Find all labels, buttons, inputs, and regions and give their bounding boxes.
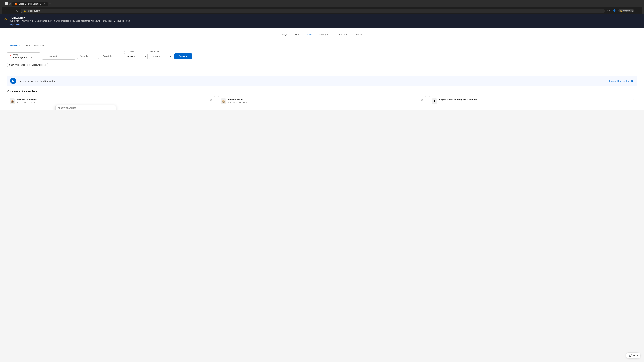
menu-button[interactable]: ⋮ bbox=[636, 8, 640, 13]
card-content-flights: Flights from Anchorage to Baltimore bbox=[439, 98, 477, 101]
recent-card-texas[interactable]: 🏨 Stays in Texas Tue., Jul 9 – Fri., Jul… bbox=[218, 96, 426, 106]
tab-title: Expedia Travel: Vacation Home... bbox=[18, 3, 42, 5]
advisory-title: Travel Advisory bbox=[10, 16, 133, 19]
window-controls: — ⬜ ✕ bbox=[2, 3, 11, 5]
incognito-icon: 🕵️ bbox=[620, 10, 622, 12]
dropoff-date-field[interactable]: Drop-off date bbox=[100, 54, 122, 59]
pickup-time-wrapper: Pick-up time 10:30am 8:00am 9:00am 11:00… bbox=[124, 53, 148, 59]
card-close-las-vegas[interactable]: ✕ bbox=[210, 98, 212, 102]
dropoff-input[interactable] bbox=[42, 53, 76, 60]
browser-titlebar: — ⬜ ✕ E Expedia Travel: Vacation Home...… bbox=[2, 1, 642, 6]
one-key-message-suffix: Key started! bbox=[44, 80, 56, 82]
card-content-texas: Stays in Texas Tue., Jul 9 – Fri., Jul 1… bbox=[228, 98, 247, 103]
advisory-warning-icon: ⚠ bbox=[4, 17, 7, 21]
card-title-flights: Flights from Anchorage to Baltimore bbox=[439, 98, 477, 101]
dropoff-time-wrapper: Drop-off time 10:30am 8:00am 9:00am 11:0… bbox=[149, 53, 173, 59]
address-bar[interactable]: 🔒 expedia.com bbox=[21, 8, 605, 13]
incognito-label: Incognito (2) bbox=[623, 10, 633, 12]
back-button[interactable]: ← bbox=[4, 8, 8, 13]
extra-options: Show AARP rates Discount codes bbox=[7, 62, 637, 67]
bookmark-button[interactable]: ☆ bbox=[606, 8, 611, 13]
minimize-button[interactable]: — bbox=[2, 3, 4, 5]
pickup-time-label: Pick-up time bbox=[124, 51, 134, 52]
tab-stays[interactable]: Stays bbox=[281, 31, 288, 38]
address-bar-row: ← → ↻ 🔒 expedia.com ☆ 👤 🕵️ Incognito (2)… bbox=[2, 7, 642, 14]
one-key-avatar: K bbox=[10, 78, 16, 84]
advisory-content: Travel Advisory Due to winter weather in… bbox=[10, 16, 133, 26]
one-key-text: Lauren, you can earn One Key started! bbox=[18, 80, 607, 82]
search-button[interactable]: Search bbox=[174, 53, 192, 59]
discount-codes-button[interactable]: Discount codes bbox=[29, 62, 48, 67]
dropoff-input-group bbox=[42, 53, 76, 60]
tab-packages[interactable]: Packages bbox=[318, 31, 330, 38]
main-section: Stays Flights Cars Packages Things to do… bbox=[0, 28, 644, 72]
location-icon: 📍 bbox=[9, 55, 12, 58]
nav-tabs: Stays Flights Cars Packages Things to do… bbox=[7, 31, 637, 38]
new-tab-button[interactable]: + bbox=[48, 1, 52, 6]
forward-button[interactable]: → bbox=[10, 8, 14, 13]
page-content: ⚠ Travel Advisory Due to winter weather … bbox=[0, 14, 644, 110]
close-button[interactable]: ✕ bbox=[9, 3, 11, 5]
tab-things-to-do[interactable]: Things to do bbox=[334, 31, 349, 38]
tab-favicon: E bbox=[15, 3, 17, 5]
card-close-flights[interactable]: ✕ bbox=[632, 98, 634, 102]
one-key-banner: K Lauren, you can earn One Key started! … bbox=[7, 76, 637, 86]
one-key-benefits-link[interactable]: Explore One Key benefits bbox=[609, 80, 634, 82]
maximize-button[interactable]: ⬜ bbox=[5, 3, 8, 5]
recent-searches-title: Your recent searches: bbox=[7, 90, 637, 93]
dropdown-header: Recent searches bbox=[56, 105, 116, 110]
advisory-text: Due to winter weather in the United Stat… bbox=[10, 20, 133, 22]
help-center-link[interactable]: Help Center bbox=[10, 23, 20, 26]
refresh-button[interactable]: ↻ bbox=[16, 8, 19, 13]
browser-chrome: — ⬜ ✕ E Expedia Travel: Vacation Home...… bbox=[0, 0, 644, 14]
card-title-texas: Stays in Texas bbox=[228, 98, 247, 101]
tab-flights[interactable]: Flights bbox=[293, 31, 301, 38]
url-text: expedia.com bbox=[28, 9, 602, 12]
pickup-field[interactable]: Pick-up Anchorage, AK, Unit... bbox=[7, 52, 40, 60]
lock-icon: 🔒 bbox=[24, 9, 26, 12]
card-close-texas[interactable]: ✕ bbox=[421, 98, 423, 102]
tab-close-icon[interactable]: ✕ bbox=[43, 2, 45, 5]
tab-cruises[interactable]: Cruises bbox=[354, 31, 363, 38]
header-actions: ☆ 👤 🕵️ Incognito (2) ⋮ bbox=[606, 8, 640, 13]
dropoff-time-select[interactable]: 10:30am 8:00am 9:00am 11:00am 12:00pm bbox=[149, 53, 173, 59]
sub-tabs: Rental cars Airport transportation bbox=[7, 42, 637, 49]
advisory-banner: ⚠ Travel Advisory Due to winter weather … bbox=[0, 14, 644, 28]
card-icon-hotel-2: 🏨 bbox=[221, 98, 226, 104]
active-tab[interactable]: E Expedia Travel: Vacation Home... ✕ bbox=[12, 1, 48, 6]
sub-tab-airport-transportation[interactable]: Airport transportation bbox=[23, 42, 49, 49]
one-key-message: Lauren, you can earn One bbox=[18, 80, 44, 82]
profile-button[interactable]: 👤 bbox=[612, 8, 617, 13]
dropoff-time-label: Drop-off time bbox=[150, 51, 159, 52]
pickup-input-group: 📍 Pick-up Anchorage, AK, Unit... bbox=[7, 52, 40, 60]
card-dates-las-vegas: Fri., Jan 19 – Sun., Jan 21 bbox=[17, 101, 38, 103]
tab-cars[interactable]: Cars bbox=[306, 31, 313, 38]
sub-tab-rental-cars[interactable]: Rental cars bbox=[7, 42, 23, 49]
pickup-label: Pick-up bbox=[12, 54, 38, 56]
card-icon-hotel: 🏨 bbox=[10, 98, 15, 104]
pickup-date-field[interactable]: Pick-up date bbox=[77, 54, 99, 59]
card-content-las-vegas: Stays in Las Vegas Fri., Jan 19 – Sun., … bbox=[17, 98, 38, 103]
incognito-badge: 🕵️ Incognito (2) bbox=[618, 9, 634, 12]
tabs-row: E Expedia Travel: Vacation Home... ✕ + bbox=[12, 1, 52, 6]
pickup-time-select[interactable]: 10:30am 8:00am 9:00am 11:00am 12:00pm bbox=[124, 53, 148, 59]
search-form: 📍 Pick-up Anchorage, AK, Unit... Pick-up… bbox=[7, 52, 637, 60]
card-title-las-vegas: Stays in Las Vegas bbox=[17, 98, 38, 101]
recent-card-flights[interactable]: ✈ Flights from Anchorage to Baltimore ✕ bbox=[429, 96, 637, 106]
pickup-value: Anchorage, AK, Unit... bbox=[12, 56, 38, 59]
card-icon-flight: ✈ bbox=[432, 98, 437, 104]
recent-card-las-vegas[interactable]: 🏨 Stays in Las Vegas Fri., Jan 19 – Sun.… bbox=[7, 96, 215, 106]
aarp-rates-button[interactable]: Show AARP rates bbox=[7, 62, 28, 67]
recent-cards: 🏨 Stays in Las Vegas Fri., Jan 19 – Sun.… bbox=[7, 96, 637, 106]
dropdown-overlay: Recent searches 🕐 Anchorage (ANC - Ted S… bbox=[55, 105, 116, 110]
card-dates-texas: Tue., Jul 9 – Fri., Jul 19 bbox=[228, 101, 247, 103]
